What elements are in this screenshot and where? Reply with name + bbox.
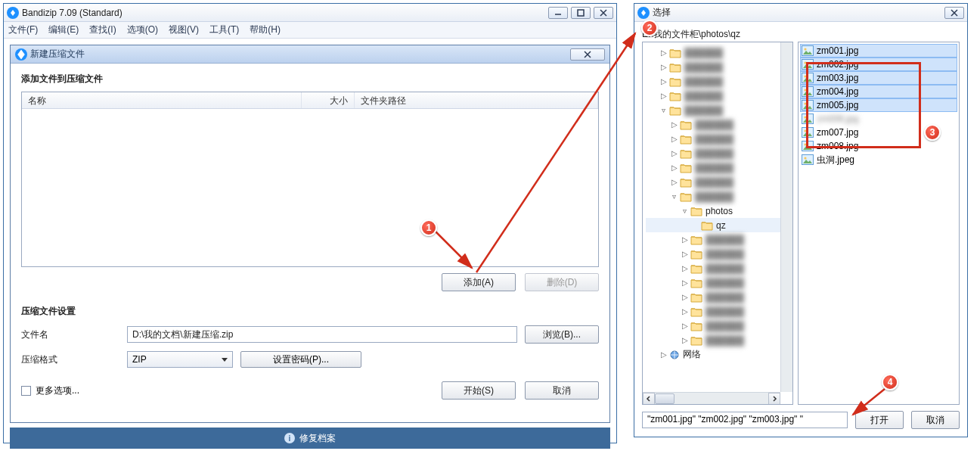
tree-node[interactable]: ▷██████	[646, 146, 792, 160]
col-name[interactable]: 名称	[22, 92, 302, 108]
expand-icon[interactable]: ▷	[681, 278, 689, 287]
tree-node[interactable]: qz	[646, 218, 792, 232]
expand-icon[interactable]: ▷	[681, 336, 689, 344]
set-password-button[interactable]: 设置密码(P)...	[240, 351, 361, 368]
tree-node[interactable]: ▿photos	[646, 204, 792, 218]
tree-node[interactable]: ▷██████	[646, 290, 792, 304]
main-titlebar: Bandizip 7.09 (Standard)	[4, 4, 616, 22]
folder-tree[interactable]: ▷██████▷██████▷██████▷██████▿██████▷████…	[642, 42, 793, 405]
menu-view[interactable]: 视图(V)	[169, 23, 199, 36]
tree-label: ██████	[684, 62, 723, 73]
more-options-label: 更多选项...	[36, 384, 79, 397]
expand-icon[interactable]: ▷	[659, 63, 668, 71]
start-button[interactable]: 开始(S)	[442, 381, 516, 400]
scroll-thumb[interactable]	[655, 393, 675, 404]
more-options-checkbox[interactable]	[21, 386, 31, 396]
tree-node[interactable]: ▷██████	[646, 45, 792, 60]
bandizip-main-window: Bandizip 7.09 (Standard) 文件(F) 编辑(E) 查找(…	[3, 3, 617, 443]
filename-label: 文件名	[21, 328, 119, 341]
tree-label: ██████	[706, 292, 744, 303]
folder-icon	[669, 105, 681, 116]
tree-node[interactable]: ▷██████	[646, 117, 792, 132]
picker-close-button[interactable]	[944, 7, 964, 19]
scroll-left-icon[interactable]	[643, 393, 655, 405]
menu-file[interactable]: 文件(F)	[8, 23, 38, 36]
minimize-button[interactable]	[548, 7, 568, 19]
expand-icon[interactable]: ▷	[659, 77, 668, 86]
dialog-close-button[interactable]	[570, 48, 605, 61]
callout-2: 2	[641, 20, 658, 36]
menu-options[interactable]: 选项(O)	[127, 23, 158, 36]
expand-icon[interactable]: ▷	[670, 149, 678, 157]
expand-icon[interactable]: ▷	[681, 250, 689, 258]
tree-label: ██████	[684, 48, 723, 58]
app-icon	[7, 7, 19, 19]
expand-icon[interactable]: ▷	[681, 322, 689, 330]
tree-node[interactable]: ▷██████	[646, 160, 792, 175]
folder-icon	[669, 91, 681, 101]
tree-node[interactable]: ▷██████	[646, 60, 792, 74]
tree-node[interactable]: ▷██████	[646, 89, 792, 103]
menu-help[interactable]: 帮助(H)	[250, 23, 281, 36]
tree-node[interactable]: ▷██████	[646, 132, 792, 146]
expand-icon[interactable]: ▷	[681, 235, 689, 244]
folder-icon	[680, 120, 692, 130]
expand-icon[interactable]: ▷	[681, 307, 689, 316]
filename-box[interactable]: "zm001.jpg" "zm002.jpg" "zm003.jpg" "	[642, 412, 848, 428]
tree-node[interactable]: ▷██████	[646, 275, 792, 290]
folder-icon	[669, 48, 681, 58]
callout-1: 1	[420, 219, 437, 236]
maximize-button[interactable]	[571, 7, 591, 19]
tree-node[interactable]: ▿██████	[646, 103, 792, 117]
picker-cancel-button[interactable]: 取消	[911, 411, 960, 429]
tree-node[interactable]: ▷██████	[646, 232, 792, 247]
list-body[interactable]	[22, 109, 598, 266]
menu-tools[interactable]: 工具(T)	[209, 23, 239, 36]
tree-node[interactable]: ▷██████	[646, 175, 792, 189]
expand-icon[interactable]: ▿	[659, 106, 668, 114]
expand-icon[interactable]: ▷	[681, 264, 689, 272]
tree-node[interactable]: ▷██████	[646, 304, 792, 319]
col-path[interactable]: 文件夹路径	[355, 92, 598, 108]
expand-icon[interactable]: ▷	[659, 48, 668, 57]
tree-node[interactable]: ▷██████	[646, 333, 792, 347]
tree-node[interactable]: ▷██████	[646, 319, 792, 333]
file-row[interactable]: zm001.jpg	[800, 44, 957, 58]
expand-icon[interactable]	[691, 221, 699, 229]
tree-vscroll[interactable]	[780, 42, 792, 392]
expand-icon[interactable]: ▷	[681, 293, 689, 301]
format-value: ZIP	[132, 354, 147, 365]
close-button[interactable]	[594, 7, 613, 19]
expand-icon[interactable]: ▷	[659, 350, 668, 359]
tree-hscroll[interactable]	[643, 392, 780, 404]
expand-icon[interactable]: ▷	[659, 92, 668, 100]
format-select[interactable]: ZIP	[127, 351, 233, 368]
add-button[interactable]: 添加(A)	[442, 273, 516, 291]
tree-node[interactable]: ▷██████	[646, 247, 792, 261]
col-size[interactable]: 大小	[302, 92, 355, 108]
expand-icon[interactable]: ▷	[670, 120, 678, 129]
expand-icon[interactable]: ▿	[681, 207, 689, 215]
folder-icon	[690, 335, 702, 346]
filename-input[interactable]	[127, 326, 517, 343]
cancel-button[interactable]: 取消	[525, 381, 599, 400]
tree-label: ██████	[695, 163, 733, 173]
scroll-right-icon[interactable]	[768, 393, 780, 405]
file-name: zm001.jpg	[817, 45, 858, 56]
tree-node[interactable]: ▷██████	[646, 261, 792, 275]
dialog-title: 新建压缩文件	[30, 48, 570, 61]
browse-button[interactable]: 浏览(B)...	[525, 325, 599, 344]
svg-rect-0	[578, 10, 584, 16]
open-button[interactable]: 打开	[855, 411, 904, 429]
file-row[interactable]: 虫洞.jpeg	[800, 153, 957, 166]
expand-icon[interactable]: ▷	[670, 135, 678, 143]
tree-node[interactable]: ▷██████	[646, 74, 792, 89]
tree-node[interactable]: ▿██████	[646, 189, 792, 204]
menu-edit[interactable]: 编辑(E)	[48, 23, 79, 36]
expand-icon[interactable]: ▿	[670, 192, 678, 201]
menu-find[interactable]: 查找(I)	[89, 23, 116, 36]
tree-label: ██████	[695, 120, 733, 130]
expand-icon[interactable]: ▷	[670, 178, 678, 186]
tree-network[interactable]: ▷网络	[646, 347, 792, 362]
expand-icon[interactable]: ▷	[670, 163, 678, 172]
